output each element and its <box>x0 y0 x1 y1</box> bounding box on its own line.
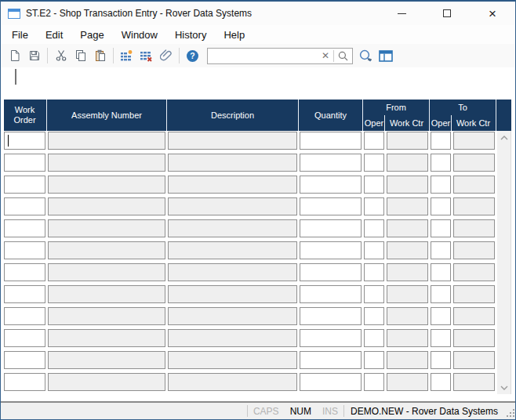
column-header-to[interactable]: To <box>431 100 495 115</box>
column-header-work-order[interactable]: Work Order <box>4 100 45 131</box>
cell-work-order[interactable] <box>4 241 45 259</box>
delete-row-icon <box>140 49 153 62</box>
menu-help[interactable]: Help <box>215 26 253 44</box>
column-header-description[interactable]: Description <box>168 100 297 131</box>
cell-work-order[interactable] <box>4 285 45 303</box>
column-header-quantity[interactable]: Quantity <box>300 100 362 131</box>
cell-description <box>168 307 297 325</box>
cut-icon <box>55 49 67 62</box>
cell-work-order[interactable] <box>4 176 45 194</box>
cell-work-order[interactable] <box>4 132 45 150</box>
new-document-button[interactable] <box>5 46 24 65</box>
maximize-button[interactable] <box>424 2 470 25</box>
minimize-button[interactable] <box>379 2 424 25</box>
copy-button[interactable] <box>71 46 90 65</box>
cell-from-oper[interactable] <box>364 285 384 303</box>
cell-work-order[interactable] <box>4 197 45 215</box>
panel-layout-button[interactable] <box>376 46 395 65</box>
cell-to-oper[interactable] <box>431 241 451 259</box>
cell-from-oper[interactable] <box>364 307 384 325</box>
cell-work-order[interactable] <box>4 154 45 172</box>
delete-row-button[interactable] <box>136 46 156 65</box>
cell-to-oper[interactable] <box>431 197 451 215</box>
search-input[interactable] <box>208 50 318 61</box>
cell-work-order[interactable] <box>4 373 45 391</box>
close-button[interactable]: × <box>470 2 515 25</box>
cell-to-oper[interactable] <box>431 329 451 347</box>
cell-quantity[interactable] <box>300 132 362 150</box>
cell-to-oper[interactable] <box>431 219 451 237</box>
cell-to-oper[interactable] <box>431 285 451 303</box>
insert-row-button[interactable] <box>117 46 136 65</box>
cell-from-oper[interactable] <box>364 241 384 259</box>
cell-from-oper[interactable] <box>364 329 384 347</box>
search-clear-icon[interactable]: ✕ <box>318 50 333 61</box>
cell-quantity[interactable] <box>300 219 362 237</box>
cell-from-oper[interactable] <box>364 176 384 194</box>
cell-work-order[interactable] <box>4 219 45 237</box>
scroll-down-button[interactable] <box>497 381 511 394</box>
cut-button[interactable] <box>51 46 71 65</box>
cell-to-work-ctr <box>453 219 495 237</box>
scroll-up-button[interactable] <box>497 131 511 144</box>
cell-assembly-number <box>48 219 165 237</box>
cell-from-oper[interactable] <box>364 373 384 391</box>
menu-history[interactable]: History <box>166 26 215 44</box>
cell-to-oper[interactable] <box>431 263 451 281</box>
cell-from-work-ctr <box>387 241 428 259</box>
cell-from-oper[interactable] <box>364 351 384 369</box>
cell-to-oper[interactable] <box>431 351 451 369</box>
column-header-to-work-ctr[interactable]: Work Ctr <box>452 115 495 131</box>
paste-button[interactable] <box>90 46 110 65</box>
cell-work-order[interactable] <box>4 263 45 281</box>
cell-quantity[interactable] <box>300 263 362 281</box>
cell-from-oper[interactable] <box>364 154 384 172</box>
cell-from-oper[interactable] <box>364 197 384 215</box>
cell-quantity[interactable] <box>300 285 362 303</box>
column-header-from-work-ctr[interactable]: Work Ctr <box>385 115 428 131</box>
cell-to-oper[interactable] <box>431 373 451 391</box>
cell-quantity[interactable] <box>300 373 362 391</box>
menu-file[interactable]: File <box>3 26 37 44</box>
new-document-icon <box>9 49 21 62</box>
cell-to-oper[interactable] <box>431 176 451 194</box>
transaction-grid: Work Order Assembly Number Description Q… <box>4 100 511 395</box>
menu-page[interactable]: Page <box>71 26 112 44</box>
cell-assembly-number <box>48 285 165 303</box>
cell-from-oper[interactable] <box>364 132 384 150</box>
cell-from-work-ctr <box>387 197 428 215</box>
vertical-scrollbar[interactable] <box>497 131 511 394</box>
column-header-to-oper[interactable]: Oper <box>431 115 452 131</box>
cell-work-order[interactable] <box>4 329 45 347</box>
column-header-assembly-number[interactable]: Assembly Number <box>48 100 165 131</box>
menu-window[interactable]: Window <box>113 26 166 44</box>
cell-quantity[interactable] <box>300 329 362 347</box>
cell-assembly-number <box>48 241 165 259</box>
cell-quantity[interactable] <box>300 351 362 369</box>
column-header-from[interactable]: From <box>364 100 428 115</box>
search-icon[interactable] <box>334 51 352 61</box>
cell-work-order[interactable] <box>4 307 45 325</box>
save-button[interactable] <box>24 46 44 65</box>
cell-quantity[interactable] <box>300 241 362 259</box>
help-button[interactable]: ? <box>183 46 202 65</box>
menu-edit[interactable]: Edit <box>37 26 71 44</box>
cell-to-oper[interactable] <box>431 132 451 150</box>
lookup-button[interactable] <box>356 46 376 65</box>
resize-grip[interactable] <box>504 405 515 418</box>
cell-quantity[interactable] <box>300 154 362 172</box>
cell-work-order[interactable] <box>4 351 45 369</box>
cell-quantity[interactable] <box>300 176 362 194</box>
cell-quantity[interactable] <box>300 307 362 325</box>
table-row <box>4 176 511 194</box>
cell-from-oper[interactable] <box>364 263 384 281</box>
cell-from-work-ctr <box>387 329 428 347</box>
cell-to-oper[interactable] <box>431 154 451 172</box>
toolbar-separator <box>47 48 48 63</box>
cell-to-oper[interactable] <box>431 307 451 325</box>
cell-to-work-ctr <box>453 307 495 325</box>
attachment-button[interactable] <box>156 46 176 65</box>
cell-from-oper[interactable] <box>364 219 384 237</box>
cell-quantity[interactable] <box>300 197 362 215</box>
column-header-from-oper[interactable]: Oper <box>364 115 385 131</box>
